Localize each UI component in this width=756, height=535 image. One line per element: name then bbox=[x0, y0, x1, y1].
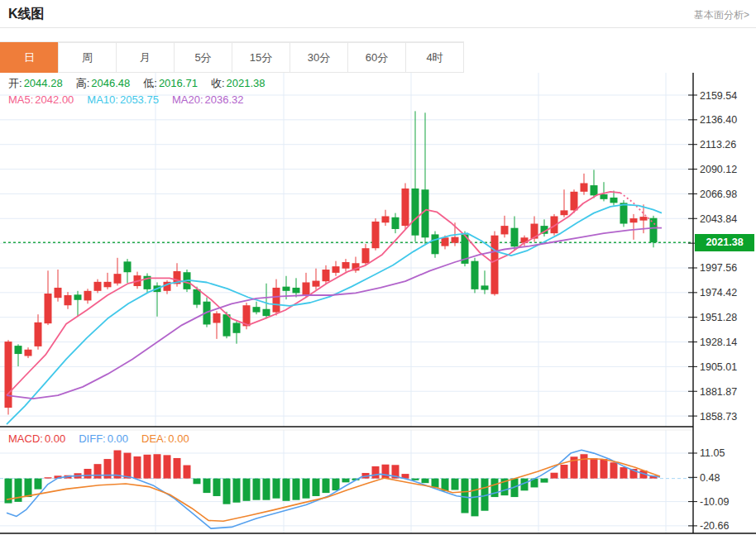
chart-borders bbox=[0, 73, 756, 533]
ohlc-close: 收:2021.38 bbox=[211, 77, 266, 89]
svg-text:-20.66: -20.66 bbox=[700, 520, 729, 532]
svg-text:1997.56: 1997.56 bbox=[700, 262, 737, 274]
ma20-line bbox=[7, 228, 662, 399]
macd-dea: DEA:0.00 bbox=[141, 432, 189, 445]
ma-ma10: MA10:2053.75 bbox=[87, 93, 159, 106]
ma5-line bbox=[7, 192, 620, 395]
macd-histogram bbox=[5, 451, 658, 517]
macd-readout: MACD:0.00DIFF:0.00DEA:0.00 bbox=[8, 431, 203, 447]
page-title: K线图 bbox=[8, 6, 45, 23]
svg-text:2043.84: 2043.84 bbox=[700, 213, 737, 225]
svg-text:1928.14: 1928.14 bbox=[700, 337, 737, 348]
tab-timeframe-1[interactable]: 周 bbox=[58, 42, 117, 73]
svg-text:2159.54: 2159.54 bbox=[700, 90, 737, 102]
tab-timeframe-0[interactable]: 日 bbox=[0, 42, 59, 73]
header-divider bbox=[0, 27, 756, 28]
svg-text:1905.01: 1905.01 bbox=[700, 361, 737, 373]
svg-text:2090.12: 2090.12 bbox=[700, 164, 737, 175]
ohlc-low: 低:2016.71 bbox=[143, 77, 198, 89]
ma-ma20: MA20:2036.32 bbox=[172, 93, 244, 106]
svg-text:11.05: 11.05 bbox=[700, 448, 725, 460]
macd-macd: MACD:0.00 bbox=[8, 432, 65, 445]
svg-text:-10.09: -10.09 bbox=[700, 496, 729, 508]
svg-text:1974.42: 1974.42 bbox=[700, 287, 737, 299]
svg-text:1858.73: 1858.73 bbox=[700, 411, 737, 423]
ohlc-open: 开:2044.28 bbox=[8, 77, 63, 89]
kline-chart-canvas[interactable]: 2159.542136.402113.262090.122066.982043.… bbox=[0, 73, 756, 535]
kline-page: K线图 基本面分析> 日周月5分15分30分60分4时 2159.542136.… bbox=[0, 0, 756, 535]
candles-layer bbox=[5, 111, 658, 414]
tab-timeframe-6[interactable]: 60分 bbox=[347, 42, 406, 73]
ma-ma5: MA5:2042.00 bbox=[8, 93, 74, 106]
tab-timeframe-5[interactable]: 30分 bbox=[289, 42, 348, 73]
svg-text:1881.87: 1881.87 bbox=[700, 386, 737, 398]
macd-diff: DIFF:0.00 bbox=[79, 432, 128, 445]
timeframe-tabs: 日周月5分15分30分60分4时 bbox=[0, 41, 464, 73]
ma-readout: MA5:2042.00MA10:2053.75MA20:2036.32 bbox=[8, 92, 257, 107]
current-price-badge: 2021.38 bbox=[695, 234, 754, 251]
tab-timeframe-2[interactable]: 月 bbox=[116, 42, 175, 73]
svg-text:1951.28: 1951.28 bbox=[700, 312, 737, 323]
svg-text:2066.98: 2066.98 bbox=[700, 189, 737, 200]
ohlc-high: 高:2046.48 bbox=[76, 77, 131, 89]
tab-timeframe-4[interactable]: 15分 bbox=[232, 42, 290, 73]
price-axis-labels: 2159.542136.402113.262090.122066.982043.… bbox=[688, 90, 737, 423]
tab-timeframe-7[interactable]: 4时 bbox=[405, 42, 464, 73]
svg-text:2136.40: 2136.40 bbox=[700, 114, 737, 126]
svg-text:0.48: 0.48 bbox=[700, 472, 720, 484]
ohlc-readout: 开:2044.28高:2046.48低:2016.71收:2021.38 bbox=[8, 75, 279, 91]
tab-timeframe-3[interactable]: 5分 bbox=[174, 42, 232, 73]
macd-axis-labels: 11.050.48-10.09-20.66 bbox=[688, 448, 729, 533]
svg-text:2113.26: 2113.26 bbox=[700, 139, 736, 150]
fundamental-analysis-link[interactable]: 基本面分析> bbox=[694, 8, 749, 22]
